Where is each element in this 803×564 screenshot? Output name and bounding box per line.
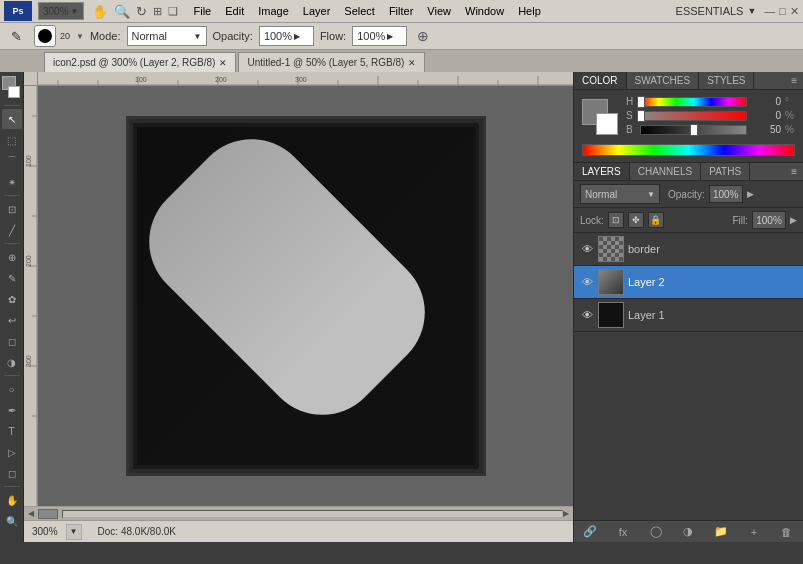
zoom-menu-btn[interactable]: ▼: [66, 524, 82, 540]
delete-layer-btn[interactable]: 🗑: [777, 522, 797, 542]
eyedropper-tool[interactable]: ╱: [2, 220, 22, 240]
color-spectrum-bar[interactable]: [582, 144, 795, 156]
maximize-btn[interactable]: □: [779, 5, 786, 17]
tab-styles[interactable]: STYLES: [699, 72, 754, 89]
tab-channels[interactable]: CHANNELS: [630, 163, 701, 180]
brush-tool-icon[interactable]: ✎: [4, 25, 28, 47]
opacity-value-layers[interactable]: 100%: [709, 185, 743, 203]
fg-bg-selector[interactable]: [582, 99, 618, 135]
marquee-tool[interactable]: ⬚: [2, 130, 22, 150]
heal-tool[interactable]: ⊕: [2, 247, 22, 267]
grid-icon[interactable]: ⊞: [153, 5, 162, 18]
tab-swatches[interactable]: SWATCHES: [627, 72, 700, 89]
hand-tool[interactable]: ✋: [2, 490, 22, 510]
zoom-tool-icon[interactable]: 🔍: [114, 4, 130, 19]
tab-icon2[interactable]: icon2.psd @ 300% (Layer 2, RGB/8) ✕: [44, 52, 236, 72]
type-tool[interactable]: T: [2, 421, 22, 441]
move-tool[interactable]: ↖: [2, 109, 22, 129]
dodge-tool[interactable]: ○: [2, 379, 22, 399]
mode-dropdown[interactable]: Normal ▼: [127, 26, 207, 46]
menu-view[interactable]: View: [421, 3, 457, 19]
menu-layer[interactable]: Layer: [297, 3, 337, 19]
adjustment-btn[interactable]: ◑: [678, 522, 698, 542]
zoom-control[interactable]: 300% ▼: [38, 2, 84, 20]
flow-input[interactable]: 100% ▶: [352, 26, 407, 46]
arrange-icon[interactable]: ❑: [168, 5, 178, 18]
hue-slider[interactable]: [640, 97, 747, 107]
zoom-tool[interactable]: 🔍: [2, 511, 22, 531]
crop-tool[interactable]: ⊡: [2, 199, 22, 219]
group-btn[interactable]: 📁: [711, 522, 731, 542]
eraser-icon: ◻: [8, 336, 16, 347]
brightness-slider[interactable]: [640, 125, 747, 135]
brush-tool[interactable]: ✎: [2, 268, 22, 288]
essentials-dropdown-icon[interactable]: ▼: [747, 6, 756, 16]
scroll-thumb[interactable]: [38, 509, 58, 519]
brush-dropdown-icon[interactable]: ▼: [76, 32, 84, 41]
layer-row-layer1[interactable]: 👁 Layer 1: [574, 299, 803, 332]
path-select-tool[interactable]: ▷: [2, 442, 22, 462]
history-brush-tool[interactable]: ↩: [2, 310, 22, 330]
clone-tool[interactable]: ✿: [2, 289, 22, 309]
essentials-label: ESSENTIALS: [676, 5, 744, 17]
menu-filter[interactable]: Filter: [383, 3, 419, 19]
brush-icon: ✎: [8, 273, 16, 284]
background-color[interactable]: [8, 86, 20, 98]
minimize-btn[interactable]: —: [764, 5, 775, 17]
layers-options: Normal ▼ Opacity: 100% ▶: [574, 181, 803, 208]
eraser-tool[interactable]: ◻: [2, 331, 22, 351]
scroll-left-arrow[interactable]: ◀: [28, 509, 34, 518]
brush-size-preview[interactable]: [34, 25, 56, 47]
layer-row-layer2[interactable]: 👁 Layer 2: [574, 266, 803, 299]
color-panel-close[interactable]: ≡: [785, 72, 803, 89]
tab-layers[interactable]: LAYERS: [574, 163, 630, 180]
tab-paths[interactable]: PATHS: [701, 163, 750, 180]
scroll-right-arrow[interactable]: ▶: [563, 509, 569, 518]
add-mask-btn[interactable]: ◯: [646, 522, 666, 542]
new-layer-btn[interactable]: +: [744, 522, 764, 542]
layer2-visibility[interactable]: 👁: [580, 275, 594, 289]
color-selector[interactable]: [2, 76, 22, 98]
close-btn[interactable]: ✕: [790, 5, 799, 18]
zoom-menu-icon: ▼: [70, 527, 78, 536]
lock-move-btn[interactable]: ✤: [628, 212, 644, 228]
horizontal-scrollbar[interactable]: ◀ ▶: [24, 506, 573, 520]
layer-border-visibility[interactable]: 👁: [580, 242, 594, 256]
menu-file[interactable]: File: [188, 3, 218, 19]
tool-separator-3: [4, 243, 20, 244]
tab-untitled-close[interactable]: ✕: [408, 58, 416, 68]
sat-label: S: [626, 110, 636, 121]
gradient-tool[interactable]: ◑: [2, 352, 22, 372]
saturation-slider[interactable]: [640, 111, 747, 121]
opacity-input[interactable]: 100% ▶: [259, 26, 314, 46]
pen-tool[interactable]: ✒: [2, 400, 22, 420]
menu-window[interactable]: Window: [459, 3, 510, 19]
link-layers-btn[interactable]: 🔗: [580, 522, 600, 542]
background-swatch[interactable]: [596, 113, 618, 135]
menu-image[interactable]: Image: [252, 3, 295, 19]
tab-icon2-close[interactable]: ✕: [219, 58, 227, 68]
rotate-icon[interactable]: ↻: [136, 4, 147, 19]
airbrush-toggle[interactable]: ⊕: [417, 28, 429, 44]
path-icon: ▷: [8, 447, 16, 458]
canvas-viewport[interactable]: [38, 86, 573, 506]
tab-untitled[interactable]: Untitled-1 @ 50% (Layer 5, RGB/8) ✕: [238, 52, 425, 72]
fx-btn[interactable]: fx: [613, 522, 633, 542]
lock-all-btn[interactable]: 🔒: [648, 212, 664, 228]
layer-row-border[interactable]: 👁 border: [574, 233, 803, 266]
svg-text:100: 100: [135, 76, 147, 83]
tab-color[interactable]: COLOR: [574, 72, 627, 89]
menu-edit[interactable]: Edit: [219, 3, 250, 19]
svg-text:200: 200: [25, 255, 32, 267]
shape-tool[interactable]: ◻: [2, 463, 22, 483]
layers-panel-close[interactable]: ≡: [785, 163, 803, 180]
menu-select[interactable]: Select: [338, 3, 381, 19]
hand-tool-icon[interactable]: ✋: [92, 4, 108, 19]
menu-help[interactable]: Help: [512, 3, 547, 19]
lasso-tool[interactable]: ⌒: [2, 151, 22, 171]
blend-mode-dropdown[interactable]: Normal ▼: [580, 184, 660, 204]
magic-wand-tool[interactable]: ✴: [2, 172, 22, 192]
fill-value[interactable]: 100%: [752, 211, 786, 229]
layer1-visibility[interactable]: 👁: [580, 308, 594, 322]
lock-pixels-btn[interactable]: ⊡: [608, 212, 624, 228]
